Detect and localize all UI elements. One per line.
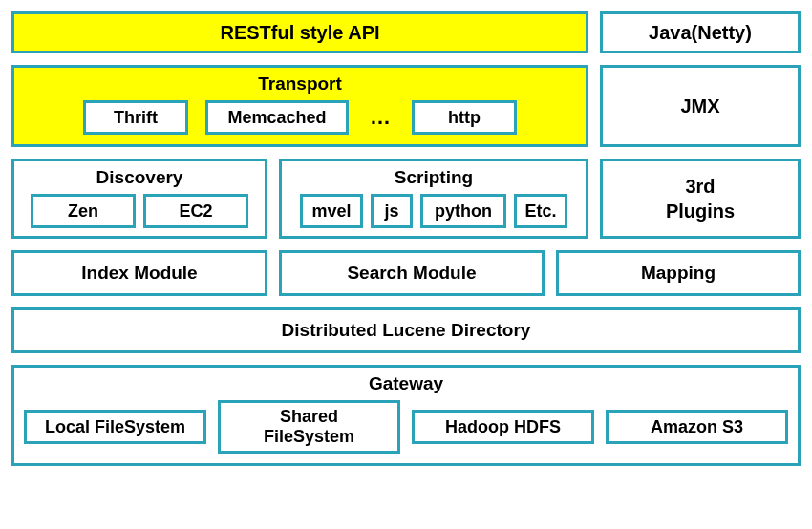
third-plugins-label: 3rd Plugins	[666, 174, 735, 223]
hadoop-hdfs-box: Hadoop HDFS	[412, 410, 594, 444]
third-plugins-box: 3rd Plugins	[600, 159, 801, 239]
mvel-box: mvel	[300, 194, 363, 228]
memcached-box: Memcached	[205, 100, 349, 135]
http-label: http	[448, 108, 481, 128]
ec2-box: EC2	[143, 194, 248, 228]
python-label: python	[435, 201, 492, 222]
etc-label: Etc.	[524, 201, 556, 222]
search-module-box: Search Module	[279, 250, 545, 296]
jmx-label: JMX	[680, 95, 719, 117]
js-box: js	[371, 194, 413, 228]
restful-api-label: RESTful style API	[220, 22, 379, 44]
gateway-title: Gateway	[369, 368, 443, 400]
restful-api-box: RESTful style API	[11, 11, 588, 53]
python-box: python	[420, 194, 506, 228]
http-box: http	[412, 100, 517, 135]
ec2-label: EC2	[179, 201, 212, 222]
jmx-box: JMX	[600, 65, 801, 147]
hadoop-hdfs-label: Hadoop HDFS	[445, 417, 561, 437]
index-module-label: Index Module	[81, 263, 197, 284]
mapping-label: Mapping	[641, 263, 716, 284]
search-module-label: Search Module	[347, 263, 476, 284]
index-module-box: Index Module	[11, 250, 267, 296]
amazon-s3-label: Amazon S3	[651, 417, 743, 437]
memcached-label: Memcached	[227, 108, 326, 128]
local-filesystem-label: Local FileSystem	[45, 417, 185, 437]
lucene-directory-label: Distributed Lucene Directory	[282, 320, 531, 341]
js-label: js	[384, 201, 398, 222]
amazon-s3-box: Amazon S3	[606, 410, 788, 444]
ellipsis-icon: …	[366, 105, 395, 130]
lucene-directory-box: Distributed Lucene Directory	[11, 307, 801, 353]
zen-label: Zen	[68, 201, 98, 222]
mapping-box: Mapping	[556, 250, 801, 296]
shared-filesystem-box: Shared FileSystem	[218, 400, 400, 454]
discovery-box: Discovery Zen EC2	[11, 159, 267, 239]
shared-filesystem-label: Shared FileSystem	[234, 407, 384, 447]
etc-box: Etc.	[514, 194, 567, 228]
discovery-title: Discovery	[96, 161, 183, 194]
transport-title: Transport	[258, 68, 342, 100]
java-netty-box: Java(Netty)	[600, 11, 801, 53]
transport-box: Transport Thrift Memcached … http	[11, 65, 588, 147]
thrift-box: Thrift	[83, 100, 188, 135]
thrift-label: Thrift	[114, 108, 158, 128]
local-filesystem-box: Local FileSystem	[24, 410, 206, 444]
zen-box: Zen	[31, 194, 136, 228]
scripting-box: Scripting mvel js python Etc.	[279, 159, 588, 239]
java-netty-label: Java(Netty)	[649, 22, 752, 44]
mvel-label: mvel	[311, 201, 351, 222]
scripting-title: Scripting	[395, 161, 473, 194]
gateway-box: Gateway Local FileSystem Shared FileSyst…	[11, 365, 801, 466]
